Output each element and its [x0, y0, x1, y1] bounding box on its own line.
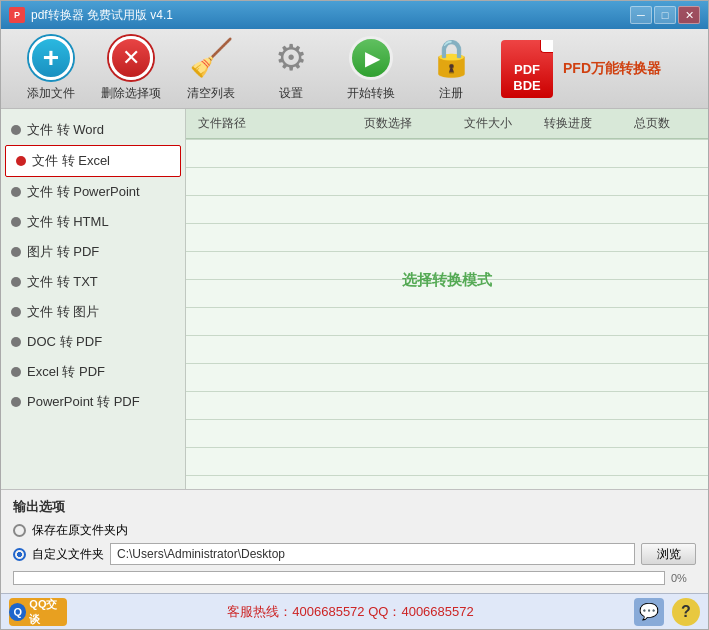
option2-label: 自定义文件夹: [32, 546, 104, 563]
convert-label: 开始转换: [347, 85, 395, 102]
option2-radio-row[interactable]: 自定义文件夹: [13, 546, 104, 563]
delete-button[interactable]: ✕ 删除选择项: [91, 30, 171, 107]
window-title: pdf转换器 免费试用版 v4.1: [31, 7, 630, 24]
minimize-button[interactable]: ─: [630, 6, 652, 24]
sidebar-item-html[interactable]: 文件 转 HTML: [1, 207, 185, 237]
sidebar-item-excel[interactable]: 文件 转 Excel: [5, 145, 181, 177]
lock-icon: 🔒: [428, 35, 474, 81]
table-grid: [186, 139, 708, 489]
gear-icon: ⚙: [268, 35, 314, 81]
qq-icon: Q: [9, 603, 26, 621]
sidebar-label-img-pdf: 图片 转 PDF: [27, 243, 99, 261]
sidebar-item-powerpoint[interactable]: 文件 转 PowerPoint: [1, 177, 185, 207]
sidebar-label-html: 文件 转 HTML: [27, 213, 109, 231]
option2-row: 自定义文件夹 浏览: [13, 543, 696, 565]
right-panel: 文件路径 页数选择 文件大小 转换进度 总页数 选择转换模式: [186, 109, 708, 489]
sidebar-item-to-img[interactable]: 文件 转 图片: [1, 297, 185, 327]
option1-label: 保存在原文件夹内: [32, 522, 128, 539]
sidebar-dot-ppt: [11, 187, 21, 197]
progress-percent: 0%: [671, 572, 696, 584]
qq-badge[interactable]: Q QQ交谈: [9, 598, 67, 626]
qq-label: QQ交谈: [29, 597, 67, 627]
toolbar: + 添加文件 ✕ 删除选择项 🧹 清空列表 ⚙ 设置 ▶ 开始转换: [1, 29, 708, 109]
sidebar-label-txt: 文件 转 TXT: [27, 273, 98, 291]
file-table: 文件路径 页数选择 文件大小 转换进度 总页数 选择转换模式: [186, 109, 708, 489]
sidebar-dot-txt: [11, 277, 21, 287]
col-progress: 转换进度: [540, 113, 630, 134]
output-section: 输出选项 保存在原文件夹内 自定义文件夹 浏览 0%: [1, 489, 708, 593]
radio-option2[interactable]: [13, 548, 26, 561]
sidebar-label-doc-pdf: DOC 转 PDF: [27, 333, 102, 351]
progress-row: 0%: [13, 571, 696, 585]
status-bar: Q QQ交谈 客服热线：4006685572 QQ：4006685572 💬 ?: [1, 593, 708, 629]
broom-icon: 🧹: [188, 35, 234, 81]
sidebar-label-excel-pdf: Excel 转 PDF: [27, 363, 105, 381]
hotline-text: 客服热线：4006685572 QQ：4006685572: [75, 603, 626, 621]
chat-button[interactable]: 💬: [634, 598, 664, 626]
output-title: 输出选项: [13, 498, 696, 516]
browse-button[interactable]: 浏览: [641, 543, 696, 565]
brand-label: PFD万能转换器: [563, 60, 661, 78]
sidebar-dot-excel: [16, 156, 26, 166]
sidebar-dot-img-pdf: [11, 247, 21, 257]
sidebar-label-ppt: 文件 转 PowerPoint: [27, 183, 140, 201]
radio-option1[interactable]: [13, 524, 26, 537]
path-input[interactable]: [110, 543, 635, 565]
main-content: 文件 转 Word 文件 转 Excel 文件 转 PowerPoint 文件 …: [1, 109, 708, 489]
sidebar-dot-word: [11, 125, 21, 135]
sidebar-item-doc-to-pdf[interactable]: DOC 转 PDF: [1, 327, 185, 357]
select-mode-hint: 选择转换模式: [402, 270, 492, 289]
sidebar-dot-to-img: [11, 307, 21, 317]
add-file-button[interactable]: + 添加文件: [11, 30, 91, 107]
app-icon: P: [9, 7, 25, 23]
sidebar-dot-ppt-pdf: [11, 397, 21, 407]
sidebar-item-ppt-to-pdf[interactable]: PowerPoint 转 PDF: [1, 387, 185, 417]
pdf-logo-icon: PDFBDE: [501, 40, 553, 98]
help-button[interactable]: ?: [672, 598, 700, 626]
table-header: 文件路径 页数选择 文件大小 转换进度 总页数: [186, 109, 708, 139]
sidebar-item-img-to-pdf[interactable]: 图片 转 PDF: [1, 237, 185, 267]
sidebar-item-excel-to-pdf[interactable]: Excel 转 PDF: [1, 357, 185, 387]
sidebar-label-word: 文件 转 Word: [27, 121, 104, 139]
sidebar-label-ppt-pdf: PowerPoint 转 PDF: [27, 393, 140, 411]
clear-button[interactable]: 🧹 清空列表: [171, 30, 251, 107]
main-window: P pdf转换器 免费试用版 v4.1 ─ □ ✕ + 添加文件 ✕ 删除选择项…: [0, 0, 709, 630]
sidebar-label-excel: 文件 转 Excel: [32, 152, 110, 170]
sidebar-item-word[interactable]: 文件 转 Word: [1, 115, 185, 145]
delete-icon: ✕: [108, 35, 154, 81]
sidebar-dot-doc-pdf: [11, 337, 21, 347]
close-button[interactable]: ✕: [678, 6, 700, 24]
delete-label: 删除选择项: [101, 85, 161, 102]
register-label: 注册: [439, 85, 463, 102]
settings-button[interactable]: ⚙ 设置: [251, 30, 331, 107]
sidebar: 文件 转 Word 文件 转 Excel 文件 转 PowerPoint 文件 …: [1, 109, 186, 489]
col-size: 文件大小: [460, 113, 540, 134]
col-pages: 页数选择: [360, 113, 460, 134]
table-body: 选择转换模式: [186, 139, 708, 489]
title-bar: P pdf转换器 免费试用版 v4.1 ─ □ ✕: [1, 1, 708, 29]
register-button[interactable]: 🔒 注册: [411, 30, 491, 107]
option1-row[interactable]: 保存在原文件夹内: [13, 522, 696, 539]
sidebar-dot-html: [11, 217, 21, 227]
col-total: 总页数: [630, 113, 700, 134]
pdf-brand-area: PDFBDE PFD万能转换器: [501, 40, 661, 98]
convert-button[interactable]: ▶ 开始转换: [331, 30, 411, 107]
play-icon: ▶: [348, 35, 394, 81]
clear-label: 清空列表: [187, 85, 235, 102]
add-icon: +: [28, 35, 74, 81]
settings-label: 设置: [279, 85, 303, 102]
add-label: 添加文件: [27, 85, 75, 102]
col-filepath: 文件路径: [194, 113, 360, 134]
maximize-button[interactable]: □: [654, 6, 676, 24]
sidebar-item-txt[interactable]: 文件 转 TXT: [1, 267, 185, 297]
progress-bar: [13, 571, 665, 585]
sidebar-label-to-img: 文件 转 图片: [27, 303, 99, 321]
sidebar-dot-excel-pdf: [11, 367, 21, 377]
window-controls: ─ □ ✕: [630, 6, 700, 24]
